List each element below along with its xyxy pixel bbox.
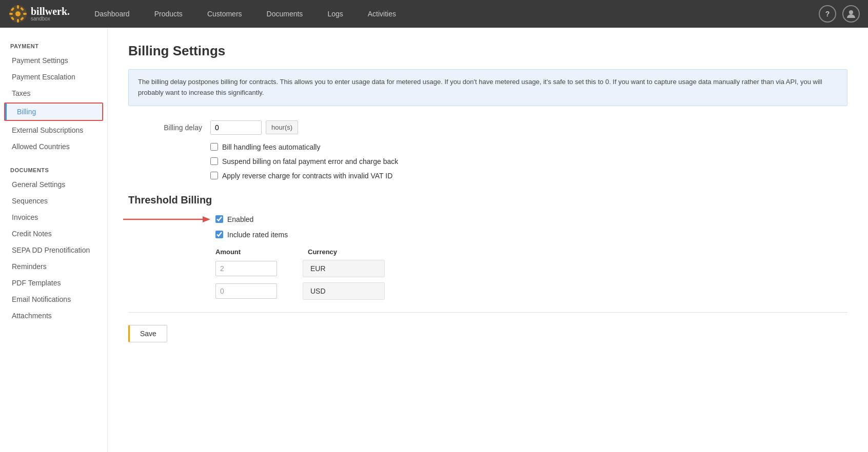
checkbox-suspend-billing-row: Suspend billing on fatal payment error a… [210,157,847,166]
section-divider [128,312,847,313]
sidebar-item-invoices[interactable]: Invoices [0,209,107,225]
sidebar: PAYMENT Payment Settings Payment Escalat… [0,28,108,452]
sidebar-item-external-subscriptions[interactable]: External Subscriptions [0,122,107,138]
threshold-table-headers: Amount Currency [215,248,847,256]
sidebar-item-general-settings[interactable]: General Settings [0,176,107,193]
logo-name: billwerk. [31,6,70,16]
logo-icon [8,4,28,24]
reverse-charge-checkbox[interactable] [210,172,218,179]
sidebar-item-sequences[interactable]: Sequences [0,193,107,209]
nav-activities[interactable]: Activities [356,0,408,28]
include-rated-row: Include rated items [215,231,847,239]
svg-marker-12 [203,216,210,222]
billing-delay-label: Billing delay [128,124,210,132]
threshold-section: Threshold Billing Enabled Include rated … [128,194,847,300]
suspend-billing-label: Suspend billing on fatal payment error a… [222,157,398,166]
info-text: The billing delay postpones billing for … [138,78,822,96]
sidebar-item-pdf-templates[interactable]: PDF Templates [0,275,107,291]
sidebar-item-billing[interactable]: Billing [5,104,102,120]
user-button[interactable] [842,5,860,23]
svg-point-1 [15,11,21,16]
sidebar-item-sepa-dd[interactable]: SEPA DD Prenotification [0,242,107,258]
billing-delay-input[interactable] [210,120,262,135]
currency-col-header: Currency [308,248,410,256]
topnav: billwerk. sandbox Dashboard Products Cus… [0,0,868,28]
payment-section-title: PAYMENT [0,38,107,52]
logo: billwerk. sandbox [8,4,70,24]
arrow-indicator [123,212,215,227]
sidebar-item-credit-notes[interactable]: Credit Notes [0,225,107,242]
nav-dashboard[interactable]: Dashboard [82,0,142,28]
sidebar-item-payment-settings[interactable]: Payment Settings [0,52,107,69]
page-body: PAYMENT Payment Settings Payment Escalat… [0,28,868,452]
checkbox-reverse-charge-row: Apply reverse charge for contracts with … [210,172,847,180]
threshold-currency-1: USD [303,282,385,300]
topnav-right: ? [819,5,860,23]
sidebar-item-email-notifications[interactable]: Email Notifications [0,291,107,307]
main-content: Billing Settings The billing delay postp… [108,28,868,452]
billing-delay-row: Billing delay hour(s) [128,120,847,135]
billing-delay-unit: hour(s) [266,120,298,134]
svg-rect-4 [9,13,13,15]
bill-handling-fees-label: Bill handling fees automatically [222,143,320,151]
threshold-enabled-label: Enabled [227,215,253,223]
svg-rect-5 [23,13,27,15]
threshold-currency-0: EUR [303,260,385,277]
save-button[interactable]: Save [128,325,167,342]
documents-section-title: DOCUMENTS [0,162,107,176]
threshold-amount-0[interactable] [215,261,277,276]
nav-products[interactable]: Products [142,0,195,28]
sidebar-item-allowed-countries[interactable]: Allowed Countries [0,138,107,155]
threshold-enabled-checkbox[interactable] [215,215,223,223]
include-rated-label: Include rated items [227,231,288,239]
help-button[interactable]: ? [819,5,836,23]
sidebar-item-payment-escalation[interactable]: Payment Escalation [0,69,107,85]
threshold-amount-1[interactable] [215,283,277,299]
nav-items: Dashboard Products Customers Documents L… [82,0,819,28]
svg-rect-3 [17,19,19,23]
nav-customers[interactable]: Customers [195,0,254,28]
threshold-title: Threshold Billing [128,194,847,206]
logo-text: billwerk. sandbox [31,6,70,22]
logo-sandbox: sandbox [31,16,70,22]
checkbox-handling-fees-row: Bill handling fees automatically [210,143,847,151]
sidebar-item-taxes[interactable]: Taxes [0,85,107,101]
info-box: The billing delay postpones billing for … [128,69,847,106]
sidebar-item-reminders[interactable]: Reminders [0,258,107,275]
nav-logs[interactable]: Logs [315,0,355,28]
billing-active-wrapper: Billing [4,102,103,121]
threshold-row-0: EUR [215,260,847,277]
threshold-row-1: USD [215,282,847,300]
suspend-billing-checkbox[interactable] [210,157,218,165]
sidebar-item-attachments[interactable]: Attachments [0,307,107,324]
svg-rect-2 [17,5,19,9]
user-icon [846,9,856,18]
enabled-row: Enabled [128,215,847,223]
nav-documents[interactable]: Documents [254,0,315,28]
reverse-charge-label: Apply reverse charge for contracts with … [222,172,392,180]
amount-col-header: Amount [215,248,282,256]
bill-handling-fees-checkbox[interactable] [210,143,218,151]
red-arrow-svg [123,212,215,227]
svg-point-10 [849,10,853,14]
include-rated-checkbox[interactable] [215,231,223,238]
page-title: Billing Settings [128,43,847,59]
